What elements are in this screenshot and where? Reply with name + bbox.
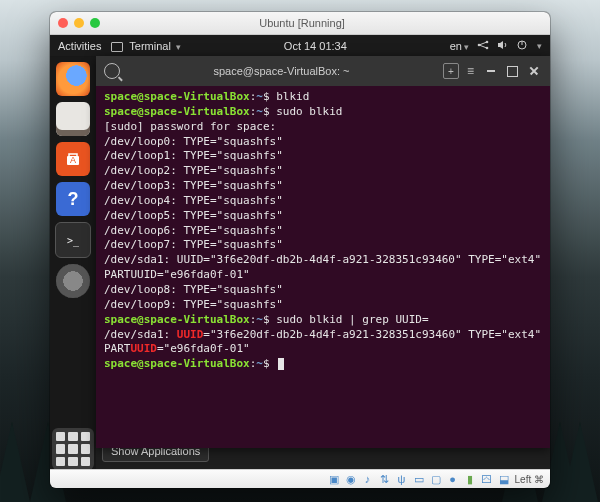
host-window-title: Ubuntu [Running] (108, 17, 496, 29)
vb-network-icon[interactable]: ⇅ (379, 473, 391, 485)
ubuntu-software-launcher[interactable]: A (56, 142, 90, 176)
files-launcher[interactable] (56, 102, 90, 136)
host-minimize-button[interactable] (74, 18, 84, 28)
search-icon[interactable] (104, 63, 120, 79)
vb-cpu-icon[interactable]: ▮ (464, 473, 476, 485)
vb-recording-icon[interactable]: ● (447, 473, 459, 485)
terminal-headerbar[interactable]: space@space-VirtualBox: ~ ≡ (96, 56, 550, 86)
host-titlebar[interactable]: Ubuntu [Running] (50, 12, 550, 35)
help-launcher[interactable]: ? (56, 182, 90, 216)
window-controls (50, 18, 108, 28)
volume-icon[interactable] (497, 40, 509, 52)
vb-keyboard-icon[interactable]: ⬓ (498, 473, 510, 485)
ubuntu-dock: A ? >_ Show Applications (50, 56, 96, 470)
vb-optical-icon[interactable]: ◉ (345, 473, 357, 485)
host-close-button[interactable] (58, 18, 68, 28)
vb-display-icon[interactable]: ▢ (430, 473, 442, 485)
clock[interactable]: Oct 14 01:34 (284, 40, 347, 52)
firefox-launcher[interactable] (56, 62, 90, 96)
chevron-down-icon: ▾ (537, 41, 542, 51)
lang-label: en (450, 40, 462, 52)
terminal-body[interactable]: space@space-VirtualBox:~$ blkidspace@spa… (96, 86, 550, 448)
vb-host-key[interactable]: Left ⌘ (515, 474, 544, 485)
gnome-terminal-window: space@space-VirtualBox: ~ ≡ space@space-… (96, 56, 550, 448)
input-source-indicator[interactable]: en▾ (450, 40, 469, 52)
virtualbox-status-bar: ▣ ◉ ♪ ⇅ ψ ▭ ▢ ● ▮ ⮹ ⬓ Left ⌘ (50, 469, 550, 488)
terminal-launcher[interactable]: >_ (55, 222, 91, 258)
terminal-minimize-button[interactable] (483, 63, 499, 79)
terminal-close-button[interactable] (526, 63, 542, 79)
vb-audio-icon[interactable]: ♪ (362, 473, 374, 485)
virtualbox-window: Ubuntu [Running] Activities Terminal ▾ O… (50, 12, 550, 488)
settings-launcher[interactable] (56, 264, 90, 298)
terminal-title: space@space-VirtualBox: ~ (128, 65, 435, 77)
vb-hdd-icon[interactable]: ▣ (328, 473, 340, 485)
vb-shared-folders-icon[interactable]: ▭ (413, 473, 425, 485)
new-tab-button[interactable] (443, 63, 459, 79)
show-applications-button[interactable] (52, 428, 94, 470)
vb-mouse-icon[interactable]: ⮹ (481, 473, 493, 485)
network-icon[interactable] (477, 40, 489, 52)
chevron-down-icon: ▾ (176, 42, 181, 52)
hamburger-menu-icon[interactable]: ≡ (467, 64, 475, 78)
svg-text:A: A (70, 155, 76, 165)
activities-button[interactable]: Activities (58, 40, 101, 52)
power-icon[interactable] (517, 40, 527, 52)
host-zoom-button[interactable] (90, 18, 100, 28)
terminal-maximize-button[interactable] (507, 66, 518, 77)
app-menu[interactable]: Terminal ▾ (111, 40, 181, 52)
app-menu-label: Terminal (129, 40, 171, 52)
vb-usb-icon[interactable]: ψ (396, 473, 408, 485)
terminal-icon (111, 42, 123, 52)
gnome-top-bar: Activities Terminal ▾ Oct 14 01:34 en▾ ▾ (50, 35, 550, 57)
